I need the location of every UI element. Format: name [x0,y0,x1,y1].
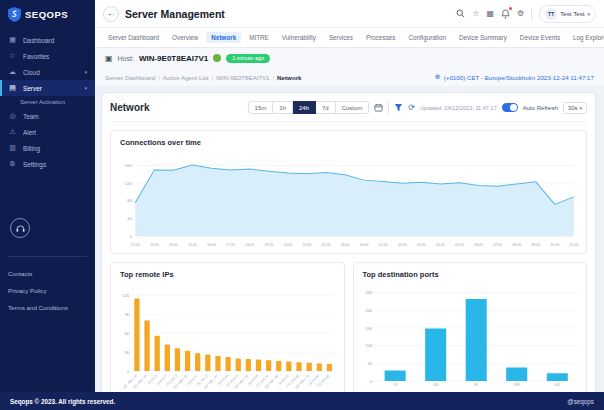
svg-text:14:00: 14:00 [169,243,178,247]
connections-area-chart: 0408012016012:0013:0014:0015:0016:0017:0… [115,151,582,251]
range-1h-button[interactable]: 1h [273,101,293,114]
sidebar-item-label: Favorites [23,53,49,60]
svg-text:07:00: 07:00 [493,243,502,247]
gear-icon[interactable]: ⚙ [517,10,524,18]
brand-logo[interactable]: SEQOPS [0,0,95,32]
sidebar-divider [8,256,87,257]
svg-text:0: 0 [127,369,130,374]
svg-text:200: 200 [365,308,373,313]
globe-icon: ⊕ [435,73,441,81]
tab-log-explorer[interactable]: Log Explorer [568,32,604,43]
svg-text:80: 80 [127,199,133,204]
host-label: Host: [118,55,134,62]
sidebar-item-alert[interactable]: ⚠ Alert [0,124,95,140]
svg-text:120: 120 [125,181,133,186]
breadcrumb-current: Network [277,74,301,81]
svg-text:17:00: 17:00 [226,243,235,247]
chart-title: Top remote IPs [120,270,340,279]
range-custom-button[interactable]: Custom [336,101,370,114]
sidebar-item-server[interactable]: ▤ Server ▾ [0,80,95,96]
range-24h-button[interactable]: 24h [293,101,316,114]
svg-text:11:00: 11:00 [570,243,579,247]
sidebar-item-label: Settings [23,161,46,168]
sidebar-item-label: Alert [23,129,36,136]
svg-text:53: 53 [393,383,397,387]
svg-text:150: 150 [365,326,373,331]
svg-text:03:00: 03:00 [417,243,426,247]
breadcrumb-separator: | [212,74,214,81]
breadcrumb-item[interactable]: Server Dashboard [105,74,155,81]
svg-text:443: 443 [433,383,439,387]
back-button[interactable]: ← [103,6,119,22]
support-button[interactable] [10,218,30,238]
tab-services[interactable]: Services [324,32,358,43]
tab-device-events[interactable]: Device Events [515,32,565,43]
svg-text:160: 160 [125,163,133,168]
calendar-icon[interactable] [374,103,383,112]
star-icon[interactable]: ☆ [472,10,479,18]
network-panel: Network 15m 1h 24h 7d Custom [101,92,596,392]
destination-ports-bar-chart: 05010015020025053443803389445 [358,283,583,392]
range-15m-button[interactable]: 15m [248,101,274,114]
sidebar-link-privacy-policy[interactable]: Privacy Policy [0,282,95,299]
apps-grid-icon[interactable]: ▦ [486,10,494,18]
sidebar-item-dashboard[interactable]: ▦ Dashboard [0,32,95,48]
sidebar-item-label: Team [23,113,39,120]
panel-title: Network [110,102,149,113]
svg-text:12:00: 12:00 [131,243,140,247]
controls-divider [388,102,389,114]
tab-network[interactable]: Network [206,32,241,43]
svg-text:00:00: 00:00 [360,243,369,247]
tab-vulnerability[interactable]: Vulnerability [277,32,321,43]
timezone-text: (+0100) CET - Europe/Stockholm 2023-12-2… [444,74,594,81]
time-controls: 15m 1h 24h 7d Custom ⟳ [248,101,587,114]
app-window: SEQOPS ▦ Dashboard ☆ Favorites ☁ Cloud ▾… [0,0,604,410]
chevron-down-icon: ▾ [84,69,87,75]
interval-select[interactable]: 30s ▾ [563,102,587,114]
sidebar-item-team[interactable]: ◎ Team [0,108,95,124]
breadcrumb-separator: | [158,74,160,81]
toggle-knob [510,104,517,111]
user-menu[interactable]: TT Test Test ▾ [539,5,596,23]
content-area: Network 15m 1h 24h 7d Custom [95,86,604,392]
sidebar-item-billing[interactable]: ▥ Billing [0,140,95,156]
sidebar-item-label: Server Activation [20,99,65,105]
svg-text:19:00: 19:00 [264,243,273,247]
filter-icon[interactable] [394,103,403,112]
tab-processes[interactable]: Processes [361,32,400,43]
panel-header: Network 15m 1h 24h 7d Custom [110,101,587,122]
tab-server-dashboard[interactable]: Server Dashboard [103,32,164,43]
search-icon[interactable] [456,9,465,18]
shield-logo-icon [8,7,21,22]
headset-icon [15,223,26,234]
refresh-icon[interactable]: ⟳ [408,103,415,112]
bell-icon[interactable] [501,9,510,19]
breadcrumb-item[interactable]: WIN-9E0T8EAI7V1 [216,74,269,81]
sidebar-item-server-activation[interactable]: Server Activation [0,96,95,108]
svg-text:90: 90 [125,312,130,317]
tab-overview[interactable]: Overview [167,32,203,43]
svg-text:10:00: 10:00 [550,243,559,247]
sidebar-item-cloud[interactable]: ☁ Cloud ▾ [0,64,95,80]
team-icon: ◎ [8,112,17,120]
notification-dot [509,7,512,10]
sidebar-link-contacts[interactable]: Contacts [0,265,95,282]
star-icon: ☆ [8,52,17,60]
copyright-text: Seqops © 2023. All rights reserved. [10,398,115,405]
svg-text:80: 80 [474,383,478,387]
billing-icon: ▥ [8,144,17,152]
svg-text:01:00: 01:00 [379,243,388,247]
sidebar-item-settings[interactable]: ⚙ Settings [0,156,95,172]
time-range-segmented: 15m 1h 24h 7d Custom [248,101,370,114]
breadcrumb-item[interactable]: Active Agent List [163,74,209,81]
sidebar-item-favorites[interactable]: ☆ Favorites [0,48,95,64]
tab-device-summary[interactable]: Device Summary [454,32,512,43]
svg-text:20:00: 20:00 [283,243,292,247]
auto-refresh-toggle[interactable] [502,103,518,112]
svg-text:0: 0 [130,234,133,239]
range-7d-button[interactable]: 7d [316,101,336,114]
tab-configuration[interactable]: Configuration [403,32,450,43]
sidebar-link-terms[interactable]: Terms and Conditions [0,299,95,316]
tab-mitre[interactable]: MITRE [244,32,274,43]
social-handle[interactable]: @seqops [567,398,594,405]
